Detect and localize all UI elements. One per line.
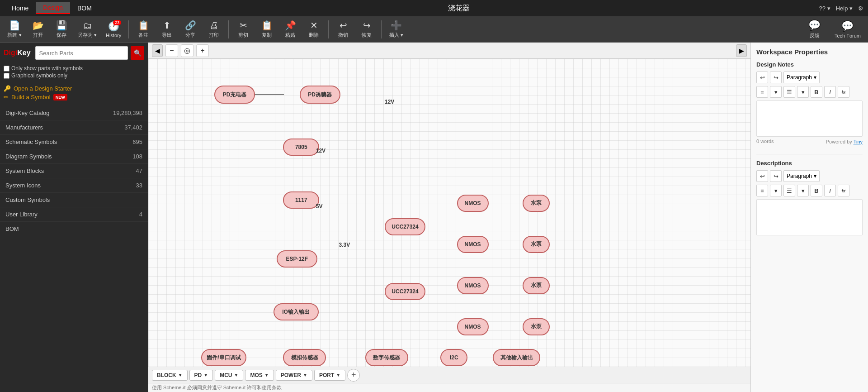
copy-button[interactable]: 📋 复制 — [256, 18, 278, 41]
build-symbol-link[interactable]: ✏ Build a Symbol NEW — [4, 94, 144, 100]
node-n2[interactable]: PD诱骗器 — [300, 86, 340, 104]
node-n12[interactable]: NMOS — [457, 318, 489, 335]
filter-with-symbols[interactable]: Only show parts with symbols — [4, 65, 144, 72]
catalog-item-manufacturers[interactable]: Manufacturers 37,402 — [0, 120, 148, 135]
pd-button[interactable]: PD ▼ — [189, 370, 213, 381]
checkbox-graphical-only[interactable] — [4, 73, 9, 79]
node-n1[interactable]: PD充电器 — [214, 86, 255, 104]
save-button[interactable]: 💾 保存 — [51, 18, 72, 41]
nav-bom[interactable]: BOM — [70, 3, 99, 14]
print-button[interactable]: 🖨 打印 — [203, 18, 225, 41]
mcu-button[interactable]: MCU ▼ — [215, 370, 243, 381]
collapse-left-button[interactable]: ◀ — [152, 44, 163, 57]
nav-design[interactable]: Design — [36, 2, 70, 14]
node-n10[interactable]: NMOS — [457, 236, 489, 253]
node-n7[interactable]: UCC27324 — [385, 218, 425, 235]
node-n6[interactable]: IO输入输出 — [274, 303, 319, 320]
desc-unordered-list-arrow[interactable]: ▾ — [770, 185, 782, 196]
node-n5[interactable]: ESP-12F — [277, 250, 317, 268]
catalog-item-custom-symbols[interactable]: Custom Symbols — [0, 193, 148, 207]
node-n8[interactable]: UCC27324 — [385, 283, 425, 300]
redo-notes-button[interactable]: ↪ — [770, 72, 782, 83]
share-button[interactable]: 🔗 分享 — [179, 18, 201, 41]
node-n16[interactable]: 水泵 — [523, 318, 550, 335]
node-n17[interactable]: 固件/串口调试 — [201, 349, 246, 366]
note-button[interactable]: 📋 备注 — [132, 18, 154, 41]
desc-unordered-list-button[interactable]: ≡ — [756, 185, 768, 196]
help-question[interactable]: ?? ▾ — [819, 5, 830, 12]
catalog-item-system-icons[interactable]: System Icons 33 — [0, 178, 148, 193]
zoom-in-button[interactable]: + — [196, 44, 209, 57]
desc-clear-format-button[interactable]: Ix — [838, 185, 849, 196]
open-icon: 📂 — [33, 20, 44, 31]
ordered-list-arrow[interactable]: ▾ — [797, 86, 809, 98]
unordered-list-button[interactable]: ≡ — [756, 86, 768, 98]
catalog-item-bom[interactable]: BOM — [0, 222, 148, 236]
descriptions-editor[interactable] — [756, 199, 863, 235]
history-button[interactable]: 23 🕐 History — [102, 18, 125, 41]
new-button[interactable]: 📄 新建 ▾ — [4, 18, 25, 41]
ordered-list-button[interactable]: ☰ — [783, 86, 795, 98]
desc-bold-button[interactable]: B — [811, 185, 822, 196]
search-button[interactable]: 🔍 — [131, 46, 144, 60]
clear-format-button[interactable]: Ix — [838, 86, 849, 98]
open-design-starter-link[interactable]: 🔑 Open a Design Starter — [4, 85, 144, 92]
zoom-out-button[interactable]: − — [165, 44, 178, 57]
paragraph-dropdown[interactable]: Paragraph ▾ — [783, 72, 820, 83]
checkbox-with-symbols[interactable] — [4, 66, 9, 72]
catalog-item-diagram-symbols[interactable]: Diagram Symbols 108 — [0, 149, 148, 164]
saveas-button[interactable]: 🗂 另存为 ▾ — [74, 18, 100, 41]
cut-button[interactable]: ✂ 剪切 — [232, 18, 254, 41]
power-button[interactable]: POWER ▼ — [276, 370, 312, 381]
open-button[interactable]: 📂 打开 — [27, 18, 49, 41]
catalog-item-user-library[interactable]: User Library 4 — [0, 207, 148, 222]
node-n19[interactable]: 数字传感器 — [365, 349, 408, 366]
bold-button[interactable]: B — [811, 86, 822, 98]
redo-desc-button[interactable]: ↪ — [770, 170, 782, 182]
design-notes-editor[interactable] — [756, 100, 863, 137]
tiny-link[interactable]: Tiny — [854, 139, 863, 144]
mos-button[interactable]: MOS ▼ — [245, 370, 274, 381]
desc-italic-button[interactable]: I — [824, 185, 836, 196]
help-button[interactable]: Help ▾ — [836, 5, 853, 12]
unordered-list-arrow[interactable]: ▾ — [770, 86, 782, 98]
techforum-button[interactable]: 💬 Tech Forum — [831, 18, 864, 41]
node-n15[interactable]: 水泵 — [523, 277, 550, 294]
collapse-right-button[interactable]: ▶ — [736, 44, 747, 57]
node-n3[interactable]: 7805 — [283, 139, 319, 156]
catalog-item-system-blocks[interactable]: System Blocks 47 — [0, 164, 148, 178]
redo-button[interactable]: ↪ 恢复 — [356, 18, 377, 41]
catalog-item-schematic-symbols[interactable]: Schematic Symbols 695 — [0, 135, 148, 149]
filter-graphical-only[interactable]: Graphical symbols only — [4, 72, 144, 79]
node-n14[interactable]: 水泵 — [523, 236, 550, 253]
node-n21[interactable]: 其他输入输出 — [493, 349, 540, 366]
search-input[interactable] — [35, 46, 128, 60]
paste-button[interactable]: 📌 粘贴 — [279, 18, 301, 41]
feedback-button[interactable]: 💬 反馈 — [802, 18, 827, 41]
node-n9[interactable]: NMOS — [457, 195, 489, 212]
canvas-main[interactable]: PD充电器PD诱骗器78051117ESP-12FIO输入输出UCC27324U… — [148, 59, 750, 367]
node-n11[interactable]: NMOS — [457, 277, 489, 294]
zoom-fit-button[interactable]: ◎ — [181, 44, 193, 57]
insert-button[interactable]: ➕ 插入 ▾ — [385, 18, 407, 41]
node-n4[interactable]: 1117 — [283, 191, 319, 209]
catalog-item-digikey[interactable]: Digi-Key Catalog 19,280,398 — [0, 106, 148, 120]
italic-button[interactable]: I — [824, 86, 836, 98]
port-button[interactable]: PORT ▼ — [314, 370, 345, 381]
desc-paragraph-dropdown[interactable]: Paragraph ▾ — [783, 170, 820, 182]
desc-ordered-list-arrow[interactable]: ▾ — [797, 185, 809, 196]
node-n18[interactable]: 模拟传感器 — [283, 349, 326, 366]
footer-link[interactable]: Scheme-it 许可和使用条款 — [223, 385, 282, 390]
node-n20[interactable]: I2C — [440, 349, 467, 366]
settings-icon[interactable]: ⚙ — [858, 5, 863, 12]
block-button[interactable]: BLOCK ▼ — [152, 370, 188, 381]
desc-ordered-list-button[interactable]: ☰ — [783, 185, 795, 196]
nav-home[interactable]: Home — [5, 3, 36, 14]
add-block-button[interactable]: + — [347, 369, 360, 382]
node-n13[interactable]: 水泵 — [523, 195, 550, 212]
undo-desc-button[interactable]: ↩ — [756, 170, 768, 182]
delete-button[interactable]: ✕ 删除 — [303, 18, 325, 41]
undo-button[interactable]: ↩ 撤销 — [332, 18, 354, 41]
undo-notes-button[interactable]: ↩ — [756, 72, 768, 83]
export-button[interactable]: ⬆ 导出 — [156, 18, 178, 41]
